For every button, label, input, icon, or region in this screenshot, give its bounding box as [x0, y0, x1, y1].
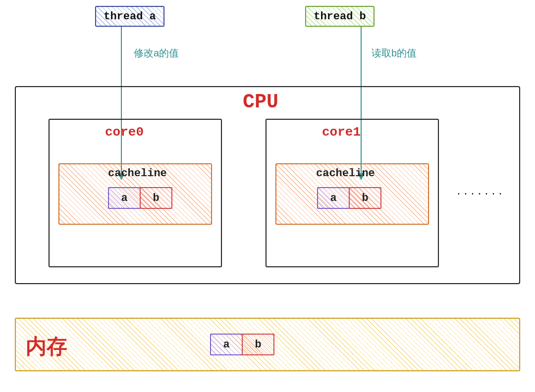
arrow-a-action-label: 修改a的值 [134, 47, 179, 60]
core1-var-b: b [349, 187, 381, 209]
memory-var-a: a [210, 334, 243, 355]
core1-var-pair: a b [317, 187, 381, 209]
cores-ellipsis: ······· [456, 188, 504, 199]
thread-a-box: thread a [95, 6, 164, 27]
core1-var-a: a [317, 187, 350, 209]
cpu-title: CPU [243, 91, 278, 113]
core0-cacheline-label: cacheline [108, 167, 167, 180]
memory-var-b-label: b [255, 339, 261, 351]
core1-cacheline-label: cacheline [316, 167, 375, 180]
core1-title: core1 [322, 125, 361, 140]
arrow-b-action-label: 读取b的值 [372, 47, 417, 60]
memory-var-b: b [242, 334, 274, 355]
core0-title: core0 [105, 125, 144, 140]
core0-var-pair: a b [108, 187, 172, 209]
core1-var-b-label: b [362, 192, 368, 204]
core1-var-a-label: a [330, 192, 336, 204]
thread-b-label: thread b [314, 10, 366, 23]
memory-var-a-label: a [223, 339, 229, 351]
memory-var-pair: a b [210, 334, 274, 355]
core0-var-a-label: a [121, 192, 127, 204]
core0-var-a: a [108, 187, 141, 209]
memory-title: 内存 [26, 333, 67, 360]
core0-var-b: b [140, 187, 172, 209]
core0-var-b-label: b [153, 192, 159, 204]
thread-a-label: thread a [104, 10, 156, 23]
thread-b-box: thread b [305, 6, 374, 27]
